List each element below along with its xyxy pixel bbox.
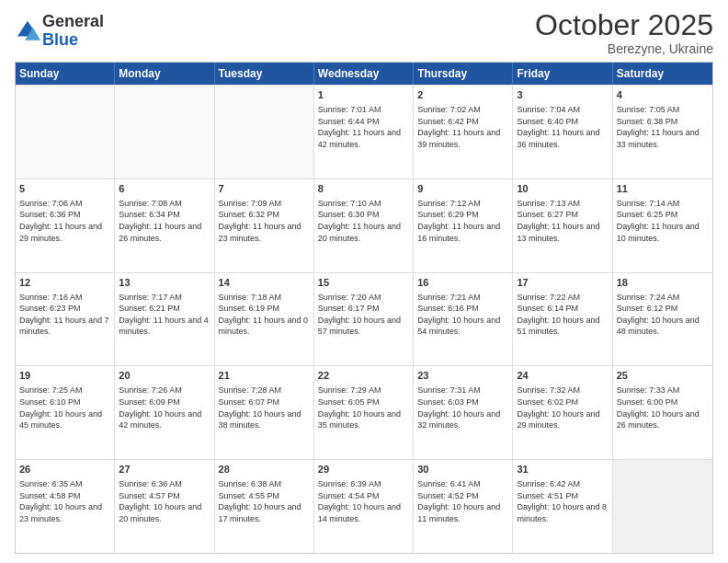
cal-cell: 30Sunrise: 6:41 AM Sunset: 4:52 PM Dayli… xyxy=(414,460,513,553)
header-cell-wednesday: Wednesday xyxy=(314,63,414,85)
cal-cell: 6Sunrise: 7:08 AM Sunset: 6:34 PM Daylig… xyxy=(115,179,214,272)
cal-cell: 9Sunrise: 7:12 AM Sunset: 6:29 PM Daylig… xyxy=(414,179,513,272)
day-number: 22 xyxy=(318,369,409,383)
day-number: 11 xyxy=(617,182,709,196)
cell-info: Sunrise: 7:10 AM Sunset: 6:30 PM Dayligh… xyxy=(318,198,409,244)
cell-info: Sunrise: 7:25 AM Sunset: 6:10 PM Dayligh… xyxy=(19,385,110,431)
cal-cell: 3Sunrise: 7:04 AM Sunset: 6:40 PM Daylig… xyxy=(513,86,612,178)
cell-info: Sunrise: 7:02 AM Sunset: 6:42 PM Dayligh… xyxy=(417,104,508,150)
day-number: 31 xyxy=(517,463,608,477)
cal-cell xyxy=(215,86,314,178)
cal-cell xyxy=(613,460,712,553)
cal-cell: 8Sunrise: 7:10 AM Sunset: 6:30 PM Daylig… xyxy=(314,179,414,272)
cell-info: Sunrise: 7:22 AM Sunset: 6:14 PM Dayligh… xyxy=(517,292,608,338)
cell-info: Sunrise: 7:33 AM Sunset: 6:00 PM Dayligh… xyxy=(617,385,709,431)
day-number: 24 xyxy=(517,369,608,383)
cell-info: Sunrise: 6:36 AM Sunset: 4:57 PM Dayligh… xyxy=(119,478,210,524)
calendar-header: SundayMondayTuesdayWednesdayThursdayFrid… xyxy=(16,63,712,85)
cal-cell: 14Sunrise: 7:18 AM Sunset: 6:19 PM Dayli… xyxy=(215,273,314,366)
day-number: 10 xyxy=(517,182,608,196)
header-cell-thursday: Thursday xyxy=(414,63,513,85)
cell-info: Sunrise: 7:31 AM Sunset: 6:03 PM Dayligh… xyxy=(417,385,508,431)
cell-info: Sunrise: 7:01 AM Sunset: 6:44 PM Dayligh… xyxy=(318,104,409,150)
header-cell-friday: Friday xyxy=(513,63,612,85)
cell-info: Sunrise: 7:16 AM Sunset: 6:23 PM Dayligh… xyxy=(19,292,110,338)
day-number: 4 xyxy=(617,88,709,102)
day-number: 6 xyxy=(119,182,210,196)
day-number: 14 xyxy=(219,276,310,290)
cal-cell: 15Sunrise: 7:20 AM Sunset: 6:17 PM Dayli… xyxy=(314,273,414,366)
cell-info: Sunrise: 7:26 AM Sunset: 6:09 PM Dayligh… xyxy=(119,385,210,431)
cal-row-1: 5Sunrise: 7:06 AM Sunset: 6:36 PM Daylig… xyxy=(16,178,712,272)
month-title: October 2025 xyxy=(535,9,713,41)
day-number: 26 xyxy=(19,463,110,477)
cal-row-2: 12Sunrise: 7:16 AM Sunset: 6:23 PM Dayli… xyxy=(16,272,712,366)
cell-info: Sunrise: 6:42 AM Sunset: 4:51 PM Dayligh… xyxy=(517,478,608,524)
day-number: 29 xyxy=(318,463,409,477)
cal-cell: 29Sunrise: 6:39 AM Sunset: 4:54 PM Dayli… xyxy=(314,460,414,553)
cal-cell: 25Sunrise: 7:33 AM Sunset: 6:00 PM Dayli… xyxy=(613,366,712,459)
logo: General Blue xyxy=(15,13,104,50)
cell-info: Sunrise: 7:32 AM Sunset: 6:02 PM Dayligh… xyxy=(517,385,608,431)
calendar-body: 1Sunrise: 7:01 AM Sunset: 6:44 PM Daylig… xyxy=(16,85,712,553)
cal-cell: 26Sunrise: 6:35 AM Sunset: 4:58 PM Dayli… xyxy=(16,460,115,553)
cal-row-4: 26Sunrise: 6:35 AM Sunset: 4:58 PM Dayli… xyxy=(16,459,712,553)
cell-info: Sunrise: 7:04 AM Sunset: 6:40 PM Dayligh… xyxy=(517,104,608,150)
day-number: 5 xyxy=(19,182,110,196)
day-number: 12 xyxy=(19,276,110,290)
cal-cell: 7Sunrise: 7:09 AM Sunset: 6:32 PM Daylig… xyxy=(215,179,314,272)
cal-cell xyxy=(16,86,115,178)
cal-cell: 1Sunrise: 7:01 AM Sunset: 6:44 PM Daylig… xyxy=(314,86,414,178)
cell-info: Sunrise: 7:29 AM Sunset: 6:05 PM Dayligh… xyxy=(318,385,409,431)
day-number: 27 xyxy=(119,463,210,477)
day-number: 25 xyxy=(617,369,709,383)
day-number: 30 xyxy=(417,463,508,477)
cal-cell: 28Sunrise: 6:38 AM Sunset: 4:55 PM Dayli… xyxy=(215,460,314,553)
cal-cell: 16Sunrise: 7:21 AM Sunset: 6:16 PM Dayli… xyxy=(414,273,513,366)
day-number: 16 xyxy=(417,276,508,290)
day-number: 8 xyxy=(318,182,409,196)
day-number: 19 xyxy=(19,369,110,383)
title-block: October 2025 Berezyne, Ukraine xyxy=(535,9,713,56)
day-number: 21 xyxy=(219,369,310,383)
cell-info: Sunrise: 7:24 AM Sunset: 6:12 PM Dayligh… xyxy=(617,292,709,338)
cal-cell: 23Sunrise: 7:31 AM Sunset: 6:03 PM Dayli… xyxy=(414,366,513,459)
cell-info: Sunrise: 7:09 AM Sunset: 6:32 PM Dayligh… xyxy=(219,198,310,244)
day-number: 23 xyxy=(417,369,508,383)
cell-info: Sunrise: 6:38 AM Sunset: 4:55 PM Dayligh… xyxy=(219,478,310,524)
header: General Blue October 2025 Berezyne, Ukra… xyxy=(15,9,713,56)
day-number: 17 xyxy=(517,276,608,290)
cal-cell: 13Sunrise: 7:17 AM Sunset: 6:21 PM Dayli… xyxy=(115,273,214,366)
cell-info: Sunrise: 6:35 AM Sunset: 4:58 PM Dayligh… xyxy=(19,478,110,524)
cal-cell: 20Sunrise: 7:26 AM Sunset: 6:09 PM Dayli… xyxy=(115,366,214,459)
cal-cell: 12Sunrise: 7:16 AM Sunset: 6:23 PM Dayli… xyxy=(16,273,115,366)
cal-cell: 17Sunrise: 7:22 AM Sunset: 6:14 PM Dayli… xyxy=(513,273,612,366)
cal-cell: 31Sunrise: 6:42 AM Sunset: 4:51 PM Dayli… xyxy=(513,460,612,553)
cell-info: Sunrise: 7:20 AM Sunset: 6:17 PM Dayligh… xyxy=(318,292,409,338)
cell-info: Sunrise: 7:05 AM Sunset: 6:38 PM Dayligh… xyxy=(617,104,709,150)
day-number: 2 xyxy=(417,88,508,102)
day-number: 1 xyxy=(318,88,409,102)
cell-info: Sunrise: 7:28 AM Sunset: 6:07 PM Dayligh… xyxy=(219,385,310,431)
cell-info: Sunrise: 7:21 AM Sunset: 6:16 PM Dayligh… xyxy=(417,292,508,338)
cell-info: Sunrise: 6:41 AM Sunset: 4:52 PM Dayligh… xyxy=(417,478,508,524)
cal-cell: 11Sunrise: 7:14 AM Sunset: 6:25 PM Dayli… xyxy=(613,179,712,272)
header-cell-monday: Monday xyxy=(115,63,214,85)
day-number: 18 xyxy=(617,276,709,290)
day-number: 15 xyxy=(318,276,409,290)
logo-icon xyxy=(15,18,40,44)
cal-cell: 27Sunrise: 6:36 AM Sunset: 4:57 PM Dayli… xyxy=(115,460,214,553)
calendar: SundayMondayTuesdayWednesdayThursdayFrid… xyxy=(15,62,713,554)
page: General Blue October 2025 Berezyne, Ukra… xyxy=(0,0,728,563)
cal-cell: 22Sunrise: 7:29 AM Sunset: 6:05 PM Dayli… xyxy=(314,366,414,459)
cal-cell: 24Sunrise: 7:32 AM Sunset: 6:02 PM Dayli… xyxy=(513,366,612,459)
cell-info: Sunrise: 7:18 AM Sunset: 6:19 PM Dayligh… xyxy=(219,292,310,338)
day-number: 13 xyxy=(119,276,210,290)
cal-row-3: 19Sunrise: 7:25 AM Sunset: 6:10 PM Dayli… xyxy=(16,365,712,459)
day-number: 20 xyxy=(119,369,210,383)
cell-info: Sunrise: 7:06 AM Sunset: 6:36 PM Dayligh… xyxy=(19,198,110,244)
header-cell-sunday: Sunday xyxy=(16,63,115,85)
cell-info: Sunrise: 7:13 AM Sunset: 6:27 PM Dayligh… xyxy=(517,198,608,244)
cal-row-0: 1Sunrise: 7:01 AM Sunset: 6:44 PM Daylig… xyxy=(16,85,712,178)
header-cell-tuesday: Tuesday xyxy=(215,63,314,85)
